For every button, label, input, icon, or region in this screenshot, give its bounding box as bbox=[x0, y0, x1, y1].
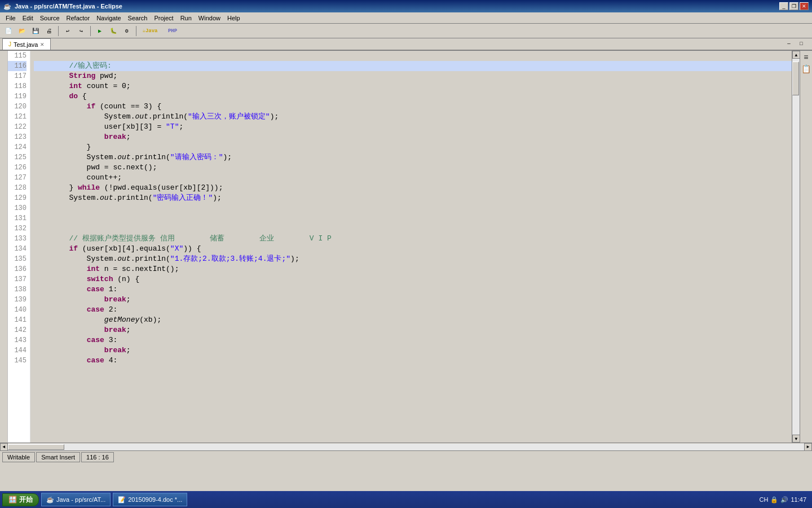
tb-undo[interactable]: ↩ bbox=[61, 25, 74, 37]
code-line-145: case 4: bbox=[34, 356, 792, 366]
code-line-132 bbox=[34, 224, 792, 234]
code-line-130 bbox=[34, 203, 792, 213]
main-window: ☕ Java - pp/src/ATM/Test.java - Eclipse … bbox=[0, 0, 812, 463]
code-line-136: int n = sc.nextInt(); bbox=[34, 264, 792, 274]
line-num-121: 121 bbox=[8, 112, 27, 122]
menu-search[interactable]: Search bbox=[125, 14, 151, 23]
code-line-137: switch (n) { bbox=[34, 274, 792, 284]
scroll-right-button[interactable]: ► bbox=[804, 443, 812, 451]
menu-run[interactable]: Run bbox=[177, 14, 195, 23]
toolbar-sep-2 bbox=[90, 26, 91, 36]
menu-file[interactable]: File bbox=[2, 14, 19, 23]
line-num-132: 132 bbox=[8, 224, 27, 234]
line-num-145: 145 bbox=[8, 356, 27, 366]
line-num-133: 133 bbox=[8, 234, 27, 244]
tb-php[interactable]: PHP bbox=[162, 25, 183, 37]
tb-run-ext[interactable]: ⚙ bbox=[121, 25, 133, 37]
tab-close-button[interactable]: ✕ bbox=[40, 42, 45, 47]
menu-navigate[interactable]: Navigate bbox=[93, 14, 124, 23]
line-num-137: 137 bbox=[8, 274, 27, 284]
tab-icon: J bbox=[8, 41, 11, 47]
scroll-down-button[interactable]: ▼ bbox=[792, 435, 800, 443]
line-num-131: 131 bbox=[8, 213, 27, 224]
window-title: Java - pp/src/ATM/Test.java - Eclipse bbox=[15, 3, 779, 10]
start-button[interactable]: 🪟 开始 bbox=[2, 493, 39, 506]
menu-window[interactable]: Window bbox=[195, 14, 224, 23]
tb-new[interactable]: 📄 bbox=[2, 25, 15, 37]
maximize-editor-btn[interactable]: □ bbox=[795, 38, 807, 50]
code-line-127: count++; bbox=[34, 173, 792, 183]
menu-project[interactable]: Project bbox=[151, 14, 176, 23]
word-taskbar-label: 20150909-4.doc *... bbox=[128, 496, 182, 503]
taskbar-item-java[interactable]: ☕ Java - pp/src/AT... bbox=[41, 493, 111, 506]
code-line-125: System.out.println("请输入密码："); bbox=[34, 152, 792, 163]
tb-open[interactable]: 📂 bbox=[16, 25, 28, 37]
close-button[interactable]: ✕ bbox=[800, 2, 809, 10]
line-num-134: 134 bbox=[8, 244, 27, 254]
toolbar-sep-1 bbox=[58, 26, 59, 36]
tb-redo[interactable]: ↪ bbox=[75, 25, 87, 37]
h-scroll-track[interactable] bbox=[8, 444, 804, 450]
tasks-icon[interactable]: 📋 bbox=[801, 64, 811, 74]
window-controls[interactable]: _ ❐ ✕ bbox=[779, 2, 809, 10]
scroll-up-button[interactable]: ▲ bbox=[792, 51, 800, 59]
code-line-140: case 2: bbox=[34, 305, 792, 315]
menu-help[interactable]: Help bbox=[224, 14, 244, 23]
scroll-left-button[interactable]: ◄ bbox=[0, 443, 8, 451]
tb-save[interactable]: 💾 bbox=[29, 25, 42, 37]
tab-test-java[interactable]: J Test.java ✕ bbox=[2, 38, 51, 50]
tb-java[interactable]: ☕Java bbox=[139, 25, 161, 37]
code-line-122: user[xb][3] = "T"; bbox=[34, 122, 792, 132]
line-num-139: 139 bbox=[8, 295, 27, 305]
code-line-124: } bbox=[34, 142, 792, 152]
code-line-142: break; bbox=[34, 325, 792, 335]
line-num-130: 130 bbox=[8, 203, 27, 213]
minimize-editor-btn[interactable]: ─ bbox=[783, 38, 795, 50]
h-scroll-thumb[interactable] bbox=[8, 444, 64, 450]
line-numbers: 115 116 117 118 119 120 121 122 123 124 … bbox=[8, 51, 30, 443]
taskbar: 🪟 开始 ☕ Java - pp/src/AT... 📝 20150909-4.… bbox=[0, 491, 812, 508]
minimize-button[interactable]: _ bbox=[779, 2, 788, 10]
status-writable: Writable bbox=[2, 452, 35, 462]
line-num-135: 135 bbox=[8, 254, 27, 264]
taskbar-item-word[interactable]: 📝 20150909-4.doc *... bbox=[113, 493, 187, 506]
code-editor[interactable]: //输入密码: String pwd; int count = 0; do { … bbox=[30, 51, 792, 443]
code-line-120: if (count == 3) { bbox=[34, 102, 792, 112]
tb-run[interactable]: ▶ bbox=[94, 25, 106, 37]
horizontal-scrollbar[interactable]: ◄ ► bbox=[0, 443, 812, 450]
line-num-120: 120 bbox=[8, 102, 27, 112]
code-line-138: case 1: bbox=[34, 284, 792, 295]
outline-icon[interactable]: ≡ bbox=[804, 53, 808, 62]
line-num-123: 123 bbox=[8, 132, 27, 142]
tb-debug[interactable]: 🐛 bbox=[107, 25, 120, 37]
window-icon: ☕ bbox=[3, 3, 11, 10]
line-num-116: 116 bbox=[8, 61, 27, 71]
vertical-scrollbar[interactable]: ▲ ▼ bbox=[792, 51, 800, 443]
position-label: 116 : 16 bbox=[86, 454, 109, 461]
java-taskbar-label: Java - pp/src/AT... bbox=[56, 496, 105, 503]
line-num-125: 125 bbox=[8, 152, 27, 163]
menu-source[interactable]: Source bbox=[37, 14, 63, 23]
menu-bar: File Edit Source Refactor Navigate Searc… bbox=[0, 12, 812, 24]
line-num-126: 126 bbox=[8, 163, 27, 173]
code-line-117: String pwd; bbox=[34, 71, 792, 81]
scroll-thumb[interactable] bbox=[792, 62, 799, 95]
code-line-129: System.out.println("密码输入正确！"); bbox=[34, 193, 792, 203]
line-num-140: 140 bbox=[8, 305, 27, 315]
restore-button[interactable]: ❐ bbox=[789, 2, 798, 10]
code-line-131 bbox=[34, 213, 792, 224]
status-insert-mode: Smart Insert bbox=[36, 452, 80, 462]
line-num-136: 136 bbox=[8, 264, 27, 274]
code-line-128: } while (!pwd.equals(user[xb][2])); bbox=[34, 183, 792, 193]
menu-edit[interactable]: Edit bbox=[19, 14, 37, 23]
scroll-track[interactable] bbox=[792, 59, 800, 435]
menu-refactor[interactable]: Refactor bbox=[63, 14, 94, 23]
code-line-119: do { bbox=[34, 91, 792, 102]
line-num-122: 122 bbox=[8, 122, 27, 132]
editor-wrapper: 115 116 117 118 119 120 121 122 123 124 … bbox=[0, 51, 812, 443]
tb-print[interactable]: 🖨 bbox=[43, 25, 55, 37]
start-label: 开始 bbox=[19, 495, 33, 505]
java-taskbar-icon: ☕ bbox=[46, 496, 54, 503]
line-num-128: 128 bbox=[8, 183, 27, 193]
title-bar: ☕ Java - pp/src/ATM/Test.java - Eclipse … bbox=[0, 0, 812, 12]
